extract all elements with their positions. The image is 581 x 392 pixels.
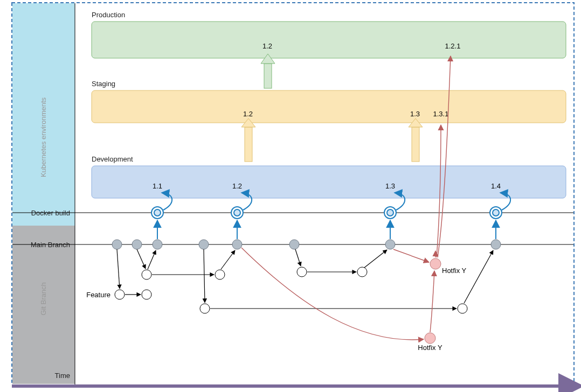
feature-commits (115, 267, 467, 313)
svg-rect-3 (264, 64, 272, 88)
development-title: Development (92, 155, 133, 163)
svg-line-40 (464, 250, 493, 303)
dev-ver-0: 1.1 (153, 182, 162, 190)
svg-point-18 (385, 240, 395, 249)
dev-ver-2: 1.3 (385, 182, 395, 190)
svg-line-35 (148, 250, 156, 269)
svg-line-43 (364, 250, 387, 268)
svg-point-45 (430, 258, 441, 269)
staging-band (92, 90, 566, 123)
arrow-staging-to-prod (261, 54, 275, 88)
svg-point-30 (357, 267, 367, 277)
svg-point-19 (491, 240, 501, 249)
svg-point-11 (493, 209, 499, 216)
dev-ver-1: 1.2 (232, 182, 242, 190)
feature-label: Feature (86, 291, 110, 299)
svg-point-15 (199, 240, 209, 249)
dev-ver-3: 1.4 (491, 182, 501, 190)
arrow-dev-to-staging-1 (241, 118, 255, 162)
svg-point-44 (425, 333, 435, 344)
prod-ver-1: 1.2.1 (445, 42, 461, 50)
main-to-docker-arrows (157, 220, 496, 239)
svg-line-32 (117, 249, 120, 289)
pipeline-diagram: Kubernetes environments Docker build Mai… (0, 0, 581, 392)
svg-point-13 (132, 240, 142, 249)
svg-point-16 (232, 240, 242, 249)
svg-point-25 (142, 290, 151, 299)
branch-arrows (117, 249, 493, 309)
git-branch-label: Git Branch (39, 282, 47, 315)
svg-point-14 (153, 240, 162, 249)
svg-point-27 (215, 270, 225, 279)
svg-point-7 (234, 209, 240, 216)
svg-point-5 (154, 209, 161, 216)
production-band (92, 22, 566, 58)
staging-title: Staging (92, 80, 115, 88)
stage-ver-2: 1.3.1 (433, 110, 449, 118)
svg-point-17 (289, 240, 299, 249)
stage-ver-0: 1.2 (243, 110, 253, 118)
svg-point-9 (387, 209, 393, 216)
svg-point-24 (115, 290, 124, 299)
svg-point-29 (297, 267, 307, 277)
hotfix-label-2: Hotfix Y (442, 267, 467, 275)
svg-point-26 (142, 270, 151, 279)
prod-ver-0: 1.2 (262, 42, 272, 50)
production-title: Production (92, 11, 125, 19)
svg-line-37 (221, 250, 235, 269)
svg-line-38 (204, 249, 205, 303)
svg-point-12 (112, 240, 122, 249)
kubernetes-label: Kubernetes environments (39, 97, 47, 177)
svg-line-34 (137, 249, 146, 269)
stage-ver-1: 1.3 (410, 110, 420, 118)
svg-rect-2 (412, 127, 419, 162)
svg-line-41 (295, 249, 301, 266)
time-label: Time (55, 372, 70, 380)
svg-point-28 (200, 304, 210, 313)
svg-line-46 (393, 249, 429, 262)
svg-rect-1 (245, 127, 252, 162)
arrow-dev-to-staging-2 (409, 118, 423, 162)
svg-point-31 (458, 304, 467, 313)
hotfix-label-1: Hotfix Y (418, 344, 442, 352)
